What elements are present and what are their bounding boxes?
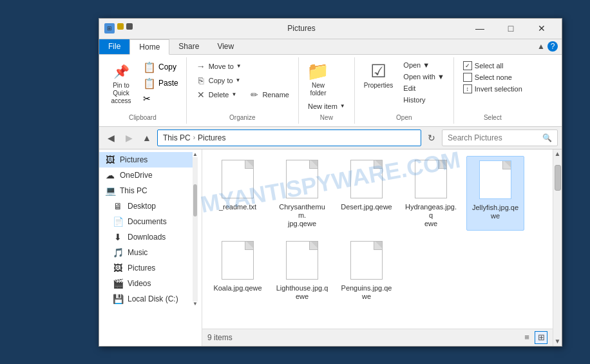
- search-icon: 🔍: [542, 133, 552, 142]
- maximize-button[interactable]: □: [496, 19, 526, 37]
- nav-items-list: 🖼 Pictures ☁ OneDrive 💻 This PC 🖥 Deskto…: [99, 152, 193, 307]
- copy-icon: 📋: [143, 61, 156, 73]
- open-buttons: ☑ Properties Open ▼ Open with ▼ Edit His…: [360, 60, 448, 111]
- onedrive-nav-icon: ☁: [104, 170, 116, 180]
- scroll-down-arrow[interactable]: ▼: [553, 337, 562, 346]
- ribbon-collapse-button[interactable]: ▲: [537, 42, 545, 51]
- nav-item-videos[interactable]: 🎬 Videos: [99, 276, 193, 291]
- new-buttons: 📁 New folder New item ▼: [304, 60, 349, 111]
- list-view-button[interactable]: ≡: [520, 331, 533, 344]
- doc-shape: [415, 160, 447, 198]
- copy-to-button[interactable]: ⎘ Copy to ▼: [192, 74, 245, 87]
- group-clipboard: 📌 Pin to Quick access 📋 Copy 📋 Paste ✂: [99, 57, 187, 124]
- close-button[interactable]: ✕: [527, 19, 557, 37]
- file-item-readme[interactable]: _readme.txt: [209, 156, 267, 231]
- minimize-button[interactable]: —: [465, 19, 495, 37]
- nav-scroll-thumb[interactable]: [193, 184, 197, 216]
- file-item-desert[interactable]: Desert.jpg.qewe: [338, 156, 395, 231]
- doc-fold: [247, 160, 253, 167]
- path-segment-1[interactable]: This PC: [163, 133, 191, 142]
- move-to-button[interactable]: → Move to ▼: [192, 60, 245, 73]
- path-segment-2[interactable]: Pictures: [198, 133, 225, 142]
- search-box[interactable]: 🔍: [442, 129, 558, 146]
- paste-label: Paste: [158, 79, 178, 88]
- invert-selection-button[interactable]: ↕ Invert selection: [459, 83, 526, 95]
- file-item-koala[interactable]: Koala.jpg.qewe: [209, 237, 267, 303]
- scroll-thumb[interactable]: [555, 165, 561, 191]
- nav-item-local-disk[interactable]: 💾 Local Disk (C:): [99, 291, 193, 307]
- help-button[interactable]: ?: [547, 41, 558, 52]
- delete-button[interactable]: ✕ Delete ▼: [192, 88, 241, 101]
- new-folder-icon: 📁: [308, 61, 328, 82]
- doc-fold: [247, 242, 253, 248]
- file-name-desert: Desert.jpg.qewe: [341, 203, 392, 211]
- new-folder-label: New folder: [310, 82, 326, 97]
- window-controls: — □ ✕: [465, 19, 557, 37]
- clipboard-secondary: 📋 Copy 📋 Paste ✂: [140, 60, 181, 105]
- nav-item-documents-label: Documents: [128, 217, 167, 226]
- doc-fold: [376, 242, 382, 248]
- nav-scrollbar-area: 🖼 Pictures ☁ OneDrive 💻 This PC 🖥 Deskto…: [99, 152, 202, 307]
- edit-button[interactable]: Edit: [399, 83, 448, 93]
- address-path[interactable]: This PC › Pictures: [157, 129, 421, 146]
- group-open: ☑ Properties Open ▼ Open with ▼ Edit His…: [355, 57, 454, 124]
- window-title: Pictures: [138, 24, 465, 33]
- select-none-button[interactable]: Select none: [459, 72, 516, 83]
- file-item-penguins[interactable]: Penguins.jpg.qewe: [338, 237, 395, 303]
- nav-item-pictures-sub[interactable]: 🖼 Pictures: [99, 260, 193, 276]
- app-icon-2: [117, 23, 124, 30]
- nav-item-pictures[interactable]: 🖼 Pictures: [99, 152, 193, 168]
- properties-icon: ☑: [368, 61, 389, 82]
- open-with-button[interactable]: Open with ▼: [399, 72, 448, 82]
- back-button[interactable]: ◀: [103, 130, 119, 146]
- nav-item-documents[interactable]: 📄 Documents: [99, 214, 193, 229]
- organize-label: Organize: [229, 114, 256, 121]
- delete-icon: ✕: [196, 90, 206, 100]
- nav-scroll-down[interactable]: ▼: [193, 302, 198, 307]
- tab-share[interactable]: Share: [169, 39, 208, 54]
- properties-button[interactable]: ☑ Properties: [360, 60, 397, 91]
- nav-scroll-up[interactable]: ▲: [193, 152, 198, 157]
- pin-quick-access-button[interactable]: 📌 Pin to Quick access: [104, 60, 138, 106]
- file-item-lighthouse[interactable]: Lighthouse.jpg.qewe: [273, 237, 331, 303]
- file-item-hydrangeas[interactable]: Hydrangeas.jpg.qewe: [402, 156, 460, 231]
- new-folder-button[interactable]: 📁 New folder: [304, 60, 332, 99]
- large-icon-view-button[interactable]: ⊞: [535, 331, 547, 344]
- doc-shape: [222, 160, 254, 198]
- copy-button[interactable]: 📋 Copy: [140, 60, 181, 75]
- nav-item-onedrive[interactable]: ☁ OneDrive: [99, 168, 193, 183]
- forward-button[interactable]: ▶: [121, 130, 137, 146]
- delete-label: Delete: [209, 91, 229, 99]
- new-item-button[interactable]: New item ▼: [304, 101, 349, 111]
- nav-item-this-pc[interactable]: 💻 This PC: [99, 183, 193, 198]
- tab-home[interactable]: Home: [129, 39, 169, 55]
- cut-more-button[interactable]: ✂: [140, 92, 181, 105]
- scroll-up-arrow[interactable]: ▲: [553, 149, 562, 158]
- rename-label: Rename: [262, 91, 289, 99]
- open-button[interactable]: Open ▼: [399, 60, 448, 70]
- copy-label: Copy: [158, 62, 176, 72]
- move-to-label: Move to: [209, 62, 234, 70]
- tab-file[interactable]: File: [99, 39, 129, 54]
- history-button[interactable]: History: [399, 95, 448, 105]
- nav-item-downloads[interactable]: ⬇ Downloads: [99, 229, 193, 245]
- rename-button[interactable]: ✏ Rename: [245, 88, 293, 101]
- item-count: 9 items: [207, 333, 233, 342]
- delete-rename-row: ✕ Delete ▼ ✏ Rename: [192, 88, 293, 101]
- tab-view[interactable]: View: [208, 39, 243, 54]
- up-button[interactable]: ▲: [139, 130, 155, 146]
- file-item-jellyfish[interactable]: Jellyfish.jpg.qewe: [466, 156, 524, 231]
- refresh-button[interactable]: ↻: [424, 130, 439, 146]
- select-buttons: ✓ Select all Select none ↕ Invert select…: [459, 60, 526, 111]
- paste-button[interactable]: 📋 Paste: [140, 76, 181, 91]
- local-disk-nav-icon: 💾: [112, 294, 124, 304]
- file-item-chrysanthemum[interactable]: Chrysanthemum.jpg.qewe: [273, 156, 331, 231]
- file-area: _readme.txt Chrysanthemum.jpg.qewe: [202, 149, 553, 346]
- nav-item-music[interactable]: 🎵 Music: [99, 245, 193, 260]
- file-name-penguins: Penguins.jpg.qewe: [341, 284, 392, 301]
- nav-item-desktop[interactable]: 🖥 Desktop: [99, 198, 193, 214]
- file-icon-desert: [347, 158, 386, 200]
- invert-checkbox: ↕: [463, 84, 472, 93]
- search-input[interactable]: [448, 133, 542, 142]
- select-all-button[interactable]: ✓ Select all: [459, 60, 508, 72]
